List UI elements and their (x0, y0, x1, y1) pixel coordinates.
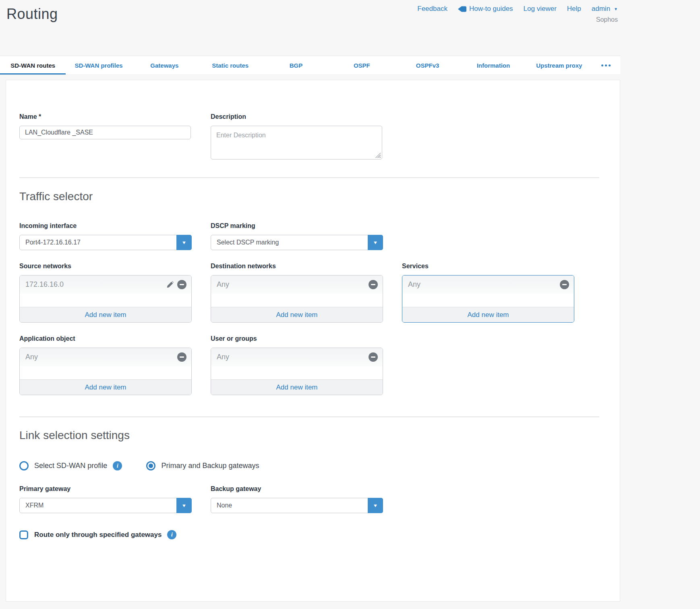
list-item: Any (20, 348, 191, 366)
incoming-interface-select[interactable]: Port4-172.16.16.17 ▼ (19, 235, 192, 250)
application-object-label: Application object (19, 335, 192, 342)
dscp-marking-label: DSCP marking (211, 222, 383, 230)
application-object-add-button[interactable]: Add new item (20, 379, 191, 395)
tab-sdwan-profiles[interactable]: SD-WAN profiles (66, 56, 131, 75)
destination-networks-label: Destination networks (211, 263, 383, 270)
info-icon[interactable]: i (113, 461, 122, 470)
radio-select-sdwan-profile[interactable]: Select SD-WAN profile i (19, 461, 122, 470)
minus-circle-icon[interactable] (369, 280, 378, 289)
howto-guides-label: How-to guides (469, 5, 513, 13)
minus-circle-icon[interactable] (177, 352, 186, 362)
info-icon[interactable]: i (167, 530, 176, 539)
chevron-down-icon: ▼ (614, 7, 618, 11)
backup-gateway-label: Backup gateway (211, 485, 383, 493)
section-divider (19, 177, 599, 178)
link-selection-heading: Link selection settings (19, 429, 607, 442)
route-only-row: Route only through specified gateways i (19, 530, 607, 539)
backup-gateway-select[interactable]: None ▼ (211, 498, 383, 513)
sdwan-route-form: Name * Description Traffic selector Inco… (6, 80, 620, 602)
pencil-icon[interactable] (166, 281, 174, 288)
source-networks-label: Source networks (19, 263, 192, 270)
radio-primary-backup-gateways[interactable]: Primary and Backup gateways (146, 461, 259, 470)
brand-name: Sophos (596, 16, 618, 23)
tab-gateways[interactable]: Gateways (132, 56, 197, 75)
chevron-down-icon: ▼ (182, 503, 187, 508)
minus-circle-icon[interactable] (560, 280, 569, 289)
admin-menu[interactable]: admin ▼ (592, 5, 618, 13)
list-item: Any (211, 348, 383, 366)
radio-checked-icon (146, 461, 155, 470)
description-label: Description (211, 113, 383, 120)
howto-guides-link[interactable]: How-to guides (458, 5, 513, 13)
section-divider (19, 416, 599, 417)
chevron-down-icon: ▼ (182, 240, 187, 244)
route-only-label: Route only through specified gateways (34, 531, 162, 539)
chevron-down-icon: ▼ (373, 240, 378, 244)
user-or-groups-add-button[interactable]: Add new item (211, 379, 383, 395)
incoming-interface-caret-button[interactable]: ▼ (176, 235, 192, 250)
radio-unchecked-icon (19, 461, 29, 470)
log-viewer-link[interactable]: Log viewer (524, 5, 557, 13)
services-listbox: Any Add new item (402, 275, 574, 323)
list-item: Any (211, 276, 383, 294)
dscp-marking-caret-button[interactable]: ▼ (368, 235, 383, 250)
video-camera-icon (458, 6, 466, 12)
user-or-groups-label: User or groups (211, 335, 383, 342)
minus-circle-icon[interactable] (177, 280, 186, 289)
primary-gateway-select[interactable]: XFRM ▼ (19, 498, 192, 513)
more-tabs-icon[interactable] (592, 56, 620, 75)
minus-circle-icon[interactable] (369, 352, 378, 362)
destination-networks-listbox: Any Add new item (211, 275, 383, 323)
tab-sdwan-routes[interactable]: SD-WAN routes (0, 56, 66, 75)
tab-static-routes[interactable]: Static routes (197, 56, 263, 75)
feedback-link[interactable]: Feedback (417, 5, 447, 13)
name-label: Name * (19, 113, 192, 120)
tab-bgp[interactable]: BGP (263, 56, 329, 75)
incoming-interface-label: Incoming interface (19, 222, 192, 230)
top-nav: Feedback How-to guides Log viewer Help a… (417, 5, 618, 13)
source-networks-listbox: 172.16.16.0 Add new item (19, 275, 192, 323)
traffic-selector-heading: Traffic selector (19, 190, 607, 203)
primary-gateway-label: Primary gateway (19, 485, 192, 493)
dscp-marking-select[interactable]: Select DSCP marking ▼ (211, 235, 383, 250)
gateway-mode-radio-group: Select SD-WAN profile i Primary and Back… (19, 461, 607, 470)
routing-tabbar: SD-WAN routes SD-WAN profiles Gateways S… (0, 56, 620, 75)
services-add-button[interactable]: Add new item (402, 307, 574, 322)
list-item: Any (402, 276, 574, 294)
backup-gateway-caret-button[interactable]: ▼ (368, 498, 383, 513)
tab-information[interactable]: Information (460, 56, 526, 75)
tab-upstream-proxy[interactable]: Upstream proxy (526, 56, 592, 75)
application-object-listbox: Any Add new item (19, 348, 192, 395)
name-input[interactable] (19, 126, 191, 139)
tab-ospfv3[interactable]: OSPFv3 (395, 56, 460, 75)
help-link[interactable]: Help (567, 5, 581, 13)
routing-page: Routing Feedback How-to guides Log viewe… (0, 0, 620, 602)
user-or-groups-listbox: Any Add new item (211, 348, 383, 395)
destination-networks-add-button[interactable]: Add new item (211, 307, 383, 322)
route-only-checkbox[interactable] (19, 530, 28, 539)
primary-gateway-caret-button[interactable]: ▼ (176, 498, 192, 513)
admin-menu-label: admin (592, 5, 610, 13)
chevron-down-icon: ▼ (373, 503, 378, 508)
tab-ospf[interactable]: OSPF (329, 56, 395, 75)
list-item: 172.16.16.0 (20, 276, 191, 294)
description-input[interactable] (211, 126, 382, 160)
source-networks-add-button[interactable]: Add new item (20, 307, 191, 322)
services-label: Services (402, 263, 574, 270)
page-header: Routing Feedback How-to guides Log viewe… (0, 0, 620, 56)
